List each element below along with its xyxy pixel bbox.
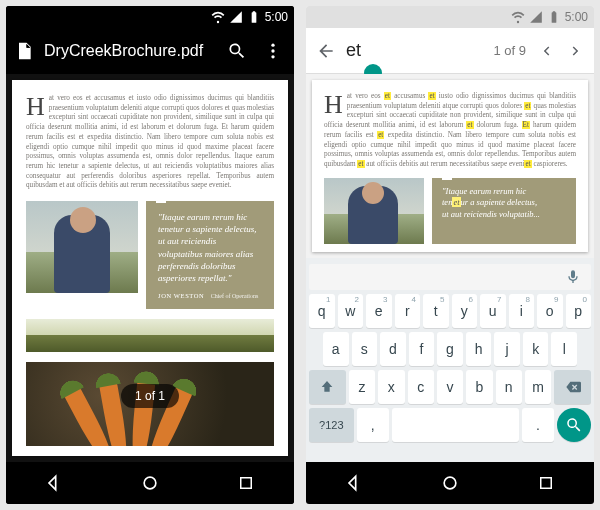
key-g[interactable]: g — [437, 332, 463, 366]
prev-match-button[interactable] — [534, 39, 558, 63]
period-key[interactable]: . — [522, 408, 554, 442]
body-paragraph: H at vero eos et accusamus et iusto odio… — [26, 94, 274, 191]
back-button[interactable] — [312, 37, 340, 65]
pull-quote: "Itaque earum rerum hic tenetur a sapien… — [432, 178, 576, 244]
android-nav-bar — [306, 462, 594, 504]
keyboard-row-3: zxcvbnm — [309, 370, 591, 404]
key-t[interactable]: t5 — [423, 294, 449, 328]
symbols-key[interactable]: ?123 — [309, 408, 354, 442]
key-b[interactable]: b — [466, 370, 492, 404]
key-e[interactable]: e3 — [366, 294, 392, 328]
key-q[interactable]: q1 — [309, 294, 335, 328]
key-r[interactable]: r4 — [395, 294, 421, 328]
key-s[interactable]: s — [352, 332, 378, 366]
document-viewport[interactable]: H at vero eos et accusamus et iusto odio… — [306, 74, 594, 258]
signal-icon — [529, 10, 543, 24]
battery-icon — [247, 10, 261, 24]
key-l[interactable]: l — [551, 332, 577, 366]
key-p[interactable]: p0 — [566, 294, 592, 328]
svg-point-5 — [444, 477, 456, 489]
quote-l2a: ten — [442, 197, 452, 207]
quote-role: Chief of Operations — [211, 293, 259, 299]
search-highlight: et — [357, 160, 364, 168]
keyboard-row-1: q1w2e3r4t5y6u7i8o9p0 — [309, 294, 591, 328]
document-viewport[interactable]: H at vero eos et accusamus et iusto odio… — [6, 74, 294, 462]
key-n[interactable]: n — [496, 370, 522, 404]
wifi-icon — [211, 10, 225, 24]
svg-point-3 — [144, 477, 156, 489]
search-highlight: et — [466, 121, 473, 129]
key-c[interactable]: c — [408, 370, 434, 404]
dropcap: H — [324, 92, 347, 116]
quote-l1: "Itaque earum rerum hic — [442, 186, 526, 196]
svg-point-2 — [271, 55, 274, 58]
battery-icon — [547, 10, 561, 24]
nav-recents-button[interactable] — [235, 472, 257, 494]
status-time: 5:00 — [265, 10, 288, 24]
keyboard-row-4: ?123 , . — [309, 408, 591, 442]
nav-home-button[interactable] — [439, 472, 461, 494]
search-highlight: Et — [522, 121, 530, 129]
svg-rect-6 — [541, 478, 552, 489]
overflow-menu-button[interactable] — [260, 38, 286, 64]
nav-home-button[interactable] — [139, 472, 161, 494]
next-match-button[interactable] — [564, 39, 588, 63]
phone-right: 5:00 1 of 9 H at vero eos et accusamus e… — [306, 6, 594, 504]
signal-icon — [229, 10, 243, 24]
svg-point-1 — [271, 49, 274, 52]
key-m[interactable]: m — [525, 370, 551, 404]
key-u[interactable]: u7 — [480, 294, 506, 328]
suggestion-strip[interactable] — [309, 264, 591, 290]
portrait-photo — [26, 201, 138, 293]
app-title: DryCreekBrochure.pdf — [44, 42, 214, 60]
match-counter: 1 of 9 — [493, 43, 526, 58]
search-input[interactable] — [346, 40, 487, 61]
key-f[interactable]: f — [409, 332, 435, 366]
comma-key[interactable]: , — [357, 408, 389, 442]
key-a[interactable]: a — [323, 332, 349, 366]
key-v[interactable]: v — [437, 370, 463, 404]
backspace-key[interactable] — [554, 370, 591, 404]
find-in-page-bar: 1 of 9 — [306, 28, 594, 74]
nav-back-button[interactable] — [343, 472, 365, 494]
nav-back-button[interactable] — [43, 472, 65, 494]
nav-recents-button[interactable] — [535, 472, 557, 494]
key-o[interactable]: o9 — [537, 294, 563, 328]
paragraph-text: at vero eos et accusamus et iusto odio d… — [26, 94, 274, 189]
shift-key[interactable] — [309, 370, 346, 404]
pdf-page: H at vero eos et accusamus et iusto odio… — [312, 80, 588, 252]
key-j[interactable]: j — [494, 332, 520, 366]
body-paragraph: H at vero eos et accusamus et iusto odio… — [324, 92, 576, 170]
svg-point-0 — [271, 44, 274, 47]
key-h[interactable]: h — [466, 332, 492, 366]
key-y[interactable]: y6 — [452, 294, 478, 328]
search-button[interactable] — [224, 38, 250, 64]
soft-keyboard: q1w2e3r4t5y6u7i8o9p0 asdfghjkl zxcvbnm ?… — [306, 258, 594, 462]
keyboard-row-2: asdfghjkl — [309, 332, 591, 366]
mic-icon[interactable] — [565, 269, 581, 285]
status-time: 5:00 — [565, 10, 588, 24]
key-k[interactable]: k — [523, 332, 549, 366]
page-indicator: 1 of 1 — [121, 384, 179, 408]
search-highlight: et — [384, 92, 391, 100]
quote-l3: ut aut reiciendis voluptatib... — [442, 209, 540, 219]
android-nav-bar — [6, 462, 294, 504]
landscape-photo — [26, 319, 274, 352]
quote-l2b: et — [452, 197, 460, 207]
quote-text: "Itaque earum rerum hic tenetur a sapien… — [158, 211, 262, 284]
quote-l2c: ur a sapiente delectus, — [461, 197, 537, 207]
key-z[interactable]: z — [349, 370, 375, 404]
key-w[interactable]: w2 — [338, 294, 364, 328]
dropcap: H — [26, 94, 49, 118]
key-d[interactable]: d — [380, 332, 406, 366]
key-i[interactable]: i8 — [509, 294, 535, 328]
key-x[interactable]: x — [378, 370, 404, 404]
pull-quote: "Itaque earum rerum hic tenetur a sapien… — [146, 201, 274, 309]
space-key[interactable] — [392, 408, 520, 442]
status-bar: 5:00 — [6, 6, 294, 28]
app-bar: DryCreekBrochure.pdf — [6, 28, 294, 74]
phone-left: 5:00 DryCreekBrochure.pdf H at vero eos … — [6, 6, 294, 504]
portrait-photo — [324, 178, 424, 244]
search-key[interactable] — [557, 408, 591, 442]
pdf-icon — [14, 41, 34, 61]
